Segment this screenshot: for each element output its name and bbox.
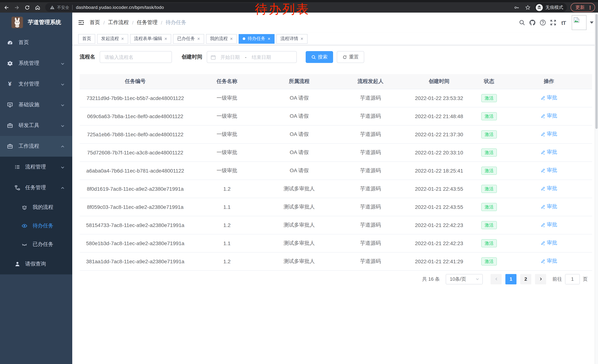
sidebar-item-done-tasks[interactable]: 已办任务 (0, 235, 72, 254)
approve-link[interactable]: 审批 (540, 240, 557, 246)
breadcrumb-workflow[interactable]: 工作流程 (108, 19, 129, 26)
task-id-cell: 069c6a63-7b8a-11ec-8ef0-acde48001122 (87, 113, 183, 119)
date-range-picker[interactable]: - (207, 51, 297, 63)
page-button-2[interactable]: 2 (520, 274, 531, 284)
sidebar-item-label: 流程管理 (25, 164, 46, 170)
tab-my-process[interactable]: 我的流程× (206, 34, 237, 43)
approve-link[interactable]: 审批 (540, 258, 557, 265)
avatar-caret-icon[interactable] (590, 22, 594, 24)
breadcrumb-current: 待办任务 (166, 19, 186, 26)
status-badge: 激活 (481, 148, 497, 156)
process-name-input[interactable] (100, 51, 172, 63)
sidebar-item-system[interactable]: 系统管理 (0, 53, 72, 74)
sidebar: 芋道管理系统 首页 系统管理 ¥ 支付管理 (0, 13, 72, 364)
task-name-cell: 1.2 (224, 222, 231, 228)
scrollbar[interactable] (595, 13, 598, 364)
avatar[interactable] (572, 15, 587, 30)
task-id-cell: 73211d9d-7b9b-11ec-b5b7-acde48001122 (86, 95, 184, 101)
chevron-down-icon (475, 277, 479, 281)
tab-start-process[interactable]: 发起流程× (97, 34, 128, 43)
fullscreen-icon[interactable] (548, 17, 558, 28)
font-size-icon[interactable]: tT (558, 17, 569, 28)
edit-pen-icon (540, 150, 545, 155)
create-time-cell: 2022-01-21 22:43:55 (415, 204, 463, 210)
close-icon[interactable]: × (230, 36, 233, 41)
sidebar-item-my-process[interactable]: 我的流程 (0, 198, 72, 217)
page-size-select[interactable]: 10条/页 (446, 274, 483, 284)
approve-label: 审批 (547, 185, 557, 192)
close-icon[interactable]: × (121, 36, 124, 41)
approve-label: 审批 (547, 258, 557, 265)
tab-home[interactable]: 首页 (78, 34, 95, 43)
breadcrumb-home[interactable]: 首页 (90, 19, 100, 26)
update-button[interactable]: 更新 ⋮ (571, 3, 595, 12)
approve-link[interactable]: 审批 (540, 95, 557, 101)
sidebar-item-infrastructure[interactable]: 基础设施 (0, 94, 72, 115)
filter-form: 流程名 创建时间 - 搜索 重置 (80, 51, 592, 63)
app-logo-block[interactable]: 芋道管理系统 (0, 13, 72, 32)
task-id-cell: a6aba0a4-7b6d-11ec-b781-acde48001122 (86, 168, 184, 173)
back-icon[interactable] (2, 3, 10, 11)
next-page-button[interactable] (535, 274, 546, 284)
help-icon[interactable] (538, 17, 548, 28)
prev-page-button[interactable] (490, 274, 502, 284)
close-icon[interactable]: × (197, 36, 200, 41)
goto-page-input[interactable] (565, 274, 580, 284)
url-bar[interactable]: 不安全 dashboard.yudao.iocoder.cn/bpm/task/… (45, 3, 259, 12)
sidebar-item-workflow[interactable]: 工作流程 (0, 136, 72, 157)
sidebar-item-label: 待办任务 (33, 223, 53, 229)
approve-label: 审批 (547, 95, 557, 101)
search-icon[interactable] (517, 17, 527, 28)
bookmark-star-icon[interactable] (523, 3, 532, 11)
approve-link[interactable]: 审批 (540, 167, 557, 174)
password-key-icon[interactable] (512, 3, 521, 11)
tab-process-form-edit[interactable]: 流程表单-编辑× (130, 34, 171, 43)
browser-menu-icon[interactable]: ⋮ (588, 5, 592, 10)
table-row: 73211d9d-7b9b-11ec-b5b7-acde48001122 一级审… (80, 89, 592, 107)
reload-icon[interactable] (23, 3, 31, 11)
breadcrumb-task-management[interactable]: 任务管理 (137, 19, 158, 26)
approve-link[interactable]: 审批 (540, 203, 557, 210)
github-icon[interactable] (527, 17, 538, 28)
end-date-input[interactable] (247, 54, 275, 60)
tab-process-detail[interactable]: 流程详情× (276, 34, 307, 43)
create-time-cell: 2022-01-22 21:37:30 (415, 131, 463, 137)
approve-link[interactable]: 审批 (540, 113, 557, 119)
search-button[interactable]: 搜索 (306, 51, 333, 63)
approve-link[interactable]: 审批 (540, 222, 557, 228)
close-icon[interactable]: × (268, 36, 270, 41)
sidebar-item-task-management[interactable]: 任务管理 (0, 177, 72, 198)
forward-icon[interactable] (13, 3, 21, 11)
create-time-cell: 2022-01-22 23:53:32 (415, 95, 463, 101)
not-secure-warning-icon (50, 5, 55, 10)
sidebar-collapse-icon[interactable] (77, 18, 85, 27)
approve-link[interactable]: 审批 (540, 185, 557, 192)
sidebar-item-process-management[interactable]: 流程管理 (0, 157, 72, 177)
tab-done-tasks[interactable]: 已办任务× (173, 34, 204, 43)
table-row: 8f059c03-7ac8-11ec-a9e2-a2380e71991a 1.1… (80, 198, 592, 216)
home-icon[interactable] (33, 3, 42, 11)
approve-label: 审批 (547, 203, 557, 210)
close-icon[interactable]: × (300, 36, 303, 41)
sidebar-item-home[interactable]: 首页 (0, 32, 72, 53)
tab-todo-tasks[interactable]: 待办任务× (239, 34, 274, 43)
gear-icon (7, 60, 13, 66)
tab-label: 我的流程 (210, 36, 228, 42)
task-name-cell: 一级审批 (216, 95, 237, 101)
sidebar-item-payment[interactable]: ¥ 支付管理 (0, 74, 72, 94)
sidebar-item-todo-tasks[interactable]: 待办任务 (0, 217, 72, 235)
sidebar-item-leave-query[interactable]: 请假查询 (0, 254, 72, 274)
table-row: 381aa1dd-7ac8-11ec-a9e2-a2380e71991a 1.2… (80, 252, 592, 270)
approve-label: 审批 (547, 167, 557, 174)
close-icon[interactable]: × (164, 36, 167, 41)
start-date-input[interactable] (216, 54, 244, 60)
approve-link[interactable]: 审批 (540, 149, 557, 156)
reset-button[interactable]: 重置 (337, 51, 364, 63)
approve-link[interactable]: 审批 (540, 131, 557, 138)
edit-pen-icon (540, 259, 545, 264)
refresh-icon (342, 55, 347, 59)
scrollbar-thumb[interactable] (595, 14, 598, 129)
page-button-1[interactable]: 1 (505, 274, 516, 284)
sidebar-item-dev-tools[interactable]: 研发工具 (0, 115, 72, 136)
chevron-down-icon (60, 103, 65, 107)
